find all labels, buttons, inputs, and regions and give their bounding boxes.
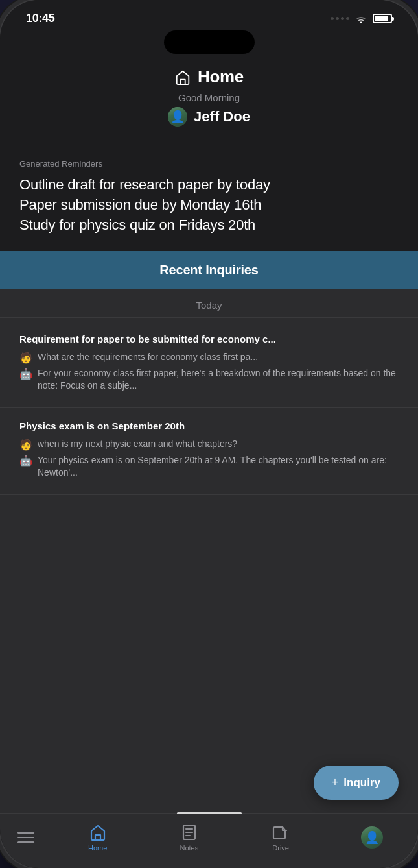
inquiry-title-2: Physics exam is on September 20th (19, 420, 399, 433)
tab-home-label: Home (88, 844, 107, 852)
screen: 10:45 (0, 0, 418, 868)
status-time: 10:45 (26, 12, 55, 25)
new-inquiry-button[interactable]: + Inquiry (314, 766, 399, 800)
status-bar: 10:45 (0, 0, 418, 30)
user-question-icon-2: 🧑 (19, 439, 32, 451)
inquiry-answer-2: Your physics exam is on September 20th a… (38, 454, 399, 479)
header-title: Home (198, 67, 244, 87)
battery-icon (373, 14, 392, 23)
dynamic-island (164, 30, 255, 54)
tab-home-icon (89, 823, 107, 841)
header-title-row: Home (13, 67, 405, 87)
signal-icon (331, 17, 349, 20)
inquiry-question-row-1: 🧑 What are the requirements for economy … (19, 351, 399, 364)
inquiry-title-1: Requirement for paper to be submitted fo… (19, 333, 399, 346)
user-avatar (168, 107, 187, 127)
tab-notes-label: Notes (180, 844, 199, 852)
tab-drive-icon (272, 823, 290, 841)
tab-notes-icon (180, 823, 198, 841)
new-inquiry-label: Inquiry (343, 777, 380, 790)
reminder-item-3: Study for physics quiz on Fridays 20th (19, 215, 399, 235)
inquiry-question-row-2: 🧑 when is my next physic exam and what c… (19, 438, 399, 451)
reminder-item-2: Paper submission due by Monday 16th (19, 195, 399, 215)
inquiry-answer-row-2: 🤖 Your physics exam is on September 20th… (19, 454, 399, 479)
recent-inquiries-title: Recent Inquiries (159, 263, 258, 277)
reminders-label: Generated Reminders (19, 159, 399, 169)
tab-drive[interactable]: Drive (235, 820, 327, 855)
main-content: Today Requirement for paper to be submit… (0, 289, 418, 813)
reminders-section: Generated Reminders Outline draft for re… (0, 146, 418, 251)
home-nav-icon (174, 69, 191, 86)
ai-answer-icon-2: 🤖 (19, 455, 32, 467)
tab-home[interactable]: Home (52, 820, 143, 855)
new-inquiry-plus-icon: + (332, 776, 339, 790)
tab-bar: Home Notes Drive (0, 813, 418, 868)
app-header: Home Good Morning Jeff Doe (0, 60, 418, 146)
recent-inquiries-header: Recent Inquiries (0, 251, 418, 289)
inquiry-question-2: when is my next physic exam and what cha… (38, 438, 237, 451)
inquiry-answer-row-1: 🤖 For your economy class first paper, he… (19, 367, 399, 392)
wifi-icon (354, 14, 367, 24)
inquiry-question-1: What are the requirements for economy cl… (38, 351, 258, 364)
user-row: Jeff Doe (13, 107, 405, 127)
menu-button[interactable] (0, 828, 52, 847)
tab-profile-avatar: 👤 (361, 826, 383, 849)
user-name: Jeff Doe (194, 108, 250, 125)
status-icons (331, 14, 392, 24)
reminder-item-1: Outline draft for research paper by toda… (19, 175, 399, 195)
user-question-icon-1: 🧑 (19, 352, 32, 364)
today-label: Today (0, 289, 418, 318)
inquiry-answer-1: For your economy class first paper, here… (38, 367, 399, 392)
tab-drive-label: Drive (272, 844, 289, 852)
tab-bar-indicator (177, 812, 242, 814)
tab-profile[interactable]: 👤 (327, 823, 418, 852)
tab-notes[interactable]: Notes (143, 820, 235, 855)
inquiry-item-1[interactable]: Requirement for paper to be submitted fo… (0, 321, 418, 408)
phone-frame: 10:45 (0, 0, 418, 868)
inquiry-item-2[interactable]: Physics exam is on September 20th 🧑 when… (0, 408, 418, 495)
greeting-text: Good Morning (13, 92, 405, 103)
hamburger-icon (17, 832, 34, 843)
ai-answer-icon-1: 🤖 (19, 368, 32, 380)
